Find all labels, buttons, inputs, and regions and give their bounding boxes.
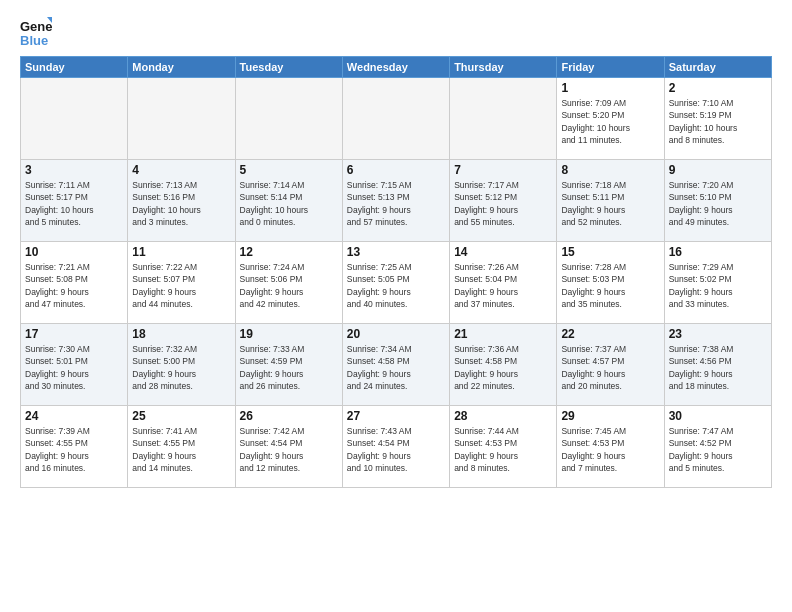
calendar-cell: 20Sunrise: 7:34 AM Sunset: 4:58 PM Dayli… [342,324,449,406]
calendar-cell: 30Sunrise: 7:47 AM Sunset: 4:52 PM Dayli… [664,406,771,488]
calendar-cell [235,78,342,160]
calendar-cell: 7Sunrise: 7:17 AM Sunset: 5:12 PM Daylig… [450,160,557,242]
calendar-cell: 11Sunrise: 7:22 AM Sunset: 5:07 PM Dayli… [128,242,235,324]
calendar-week-row: 17Sunrise: 7:30 AM Sunset: 5:01 PM Dayli… [21,324,772,406]
day-info: Sunrise: 7:10 AM Sunset: 5:19 PM Dayligh… [669,97,767,146]
calendar-week-row: 3Sunrise: 7:11 AM Sunset: 5:17 PM Daylig… [21,160,772,242]
day-info: Sunrise: 7:15 AM Sunset: 5:13 PM Dayligh… [347,179,445,228]
logo-svg: General Blue [20,16,52,48]
day-info: Sunrise: 7:26 AM Sunset: 5:04 PM Dayligh… [454,261,552,310]
day-info: Sunrise: 7:18 AM Sunset: 5:11 PM Dayligh… [561,179,659,228]
day-info: Sunrise: 7:24 AM Sunset: 5:06 PM Dayligh… [240,261,338,310]
day-number: 27 [347,409,445,423]
calendar-cell: 21Sunrise: 7:36 AM Sunset: 4:58 PM Dayli… [450,324,557,406]
calendar-cell: 17Sunrise: 7:30 AM Sunset: 5:01 PM Dayli… [21,324,128,406]
calendar-cell: 12Sunrise: 7:24 AM Sunset: 5:06 PM Dayli… [235,242,342,324]
day-info: Sunrise: 7:45 AM Sunset: 4:53 PM Dayligh… [561,425,659,474]
day-number: 3 [25,163,123,177]
day-number: 23 [669,327,767,341]
calendar-cell [21,78,128,160]
day-number: 1 [561,81,659,95]
weekday-header: Wednesday [342,57,449,78]
calendar-cell: 24Sunrise: 7:39 AM Sunset: 4:55 PM Dayli… [21,406,128,488]
day-info: Sunrise: 7:17 AM Sunset: 5:12 PM Dayligh… [454,179,552,228]
calendar-cell: 4Sunrise: 7:13 AM Sunset: 5:16 PM Daylig… [128,160,235,242]
day-info: Sunrise: 7:47 AM Sunset: 4:52 PM Dayligh… [669,425,767,474]
day-number: 24 [25,409,123,423]
day-number: 22 [561,327,659,341]
day-number: 17 [25,327,123,341]
svg-text:General: General [20,19,52,34]
day-info: Sunrise: 7:13 AM Sunset: 5:16 PM Dayligh… [132,179,230,228]
weekday-header: Monday [128,57,235,78]
calendar-cell: 14Sunrise: 7:26 AM Sunset: 5:04 PM Dayli… [450,242,557,324]
day-info: Sunrise: 7:44 AM Sunset: 4:53 PM Dayligh… [454,425,552,474]
calendar-cell: 26Sunrise: 7:42 AM Sunset: 4:54 PM Dayli… [235,406,342,488]
day-info: Sunrise: 7:43 AM Sunset: 4:54 PM Dayligh… [347,425,445,474]
day-number: 16 [669,245,767,259]
day-info: Sunrise: 7:28 AM Sunset: 5:03 PM Dayligh… [561,261,659,310]
calendar-cell: 28Sunrise: 7:44 AM Sunset: 4:53 PM Dayli… [450,406,557,488]
calendar-week-row: 10Sunrise: 7:21 AM Sunset: 5:08 PM Dayli… [21,242,772,324]
calendar-cell [128,78,235,160]
day-info: Sunrise: 7:29 AM Sunset: 5:02 PM Dayligh… [669,261,767,310]
day-number: 5 [240,163,338,177]
calendar-cell: 2Sunrise: 7:10 AM Sunset: 5:19 PM Daylig… [664,78,771,160]
calendar-cell: 19Sunrise: 7:33 AM Sunset: 4:59 PM Dayli… [235,324,342,406]
calendar-cell: 25Sunrise: 7:41 AM Sunset: 4:55 PM Dayli… [128,406,235,488]
calendar-cell: 27Sunrise: 7:43 AM Sunset: 4:54 PM Dayli… [342,406,449,488]
weekday-header: Thursday [450,57,557,78]
weekday-header: Sunday [21,57,128,78]
day-number: 11 [132,245,230,259]
calendar-cell: 5Sunrise: 7:14 AM Sunset: 5:14 PM Daylig… [235,160,342,242]
day-info: Sunrise: 7:36 AM Sunset: 4:58 PM Dayligh… [454,343,552,392]
day-info: Sunrise: 7:39 AM Sunset: 4:55 PM Dayligh… [25,425,123,474]
day-number: 18 [132,327,230,341]
calendar-cell: 15Sunrise: 7:28 AM Sunset: 5:03 PM Dayli… [557,242,664,324]
day-number: 20 [347,327,445,341]
day-info: Sunrise: 7:41 AM Sunset: 4:55 PM Dayligh… [132,425,230,474]
calendar-cell: 29Sunrise: 7:45 AM Sunset: 4:53 PM Dayli… [557,406,664,488]
day-number: 25 [132,409,230,423]
day-number: 19 [240,327,338,341]
day-info: Sunrise: 7:09 AM Sunset: 5:20 PM Dayligh… [561,97,659,146]
day-number: 15 [561,245,659,259]
weekday-header: Friday [557,57,664,78]
day-info: Sunrise: 7:14 AM Sunset: 5:14 PM Dayligh… [240,179,338,228]
logo: General Blue [20,16,52,48]
calendar-cell: 13Sunrise: 7:25 AM Sunset: 5:05 PM Dayli… [342,242,449,324]
day-number: 7 [454,163,552,177]
day-info: Sunrise: 7:32 AM Sunset: 5:00 PM Dayligh… [132,343,230,392]
day-info: Sunrise: 7:20 AM Sunset: 5:10 PM Dayligh… [669,179,767,228]
calendar-cell: 18Sunrise: 7:32 AM Sunset: 5:00 PM Dayli… [128,324,235,406]
day-info: Sunrise: 7:42 AM Sunset: 4:54 PM Dayligh… [240,425,338,474]
calendar-cell: 3Sunrise: 7:11 AM Sunset: 5:17 PM Daylig… [21,160,128,242]
calendar-cell: 23Sunrise: 7:38 AM Sunset: 4:56 PM Dayli… [664,324,771,406]
day-number: 4 [132,163,230,177]
calendar: SundayMondayTuesdayWednesdayThursdayFrid… [20,56,772,488]
day-info: Sunrise: 7:34 AM Sunset: 4:58 PM Dayligh… [347,343,445,392]
day-number: 8 [561,163,659,177]
day-number: 28 [454,409,552,423]
day-number: 6 [347,163,445,177]
svg-text:Blue: Blue [20,33,48,48]
day-number: 30 [669,409,767,423]
calendar-cell: 6Sunrise: 7:15 AM Sunset: 5:13 PM Daylig… [342,160,449,242]
header: General Blue [20,16,772,48]
day-number: 26 [240,409,338,423]
day-number: 14 [454,245,552,259]
calendar-cell [450,78,557,160]
day-number: 21 [454,327,552,341]
calendar-cell: 9Sunrise: 7:20 AM Sunset: 5:10 PM Daylig… [664,160,771,242]
day-info: Sunrise: 7:25 AM Sunset: 5:05 PM Dayligh… [347,261,445,310]
calendar-cell: 10Sunrise: 7:21 AM Sunset: 5:08 PM Dayli… [21,242,128,324]
day-info: Sunrise: 7:37 AM Sunset: 4:57 PM Dayligh… [561,343,659,392]
day-number: 29 [561,409,659,423]
calendar-cell: 22Sunrise: 7:37 AM Sunset: 4:57 PM Dayli… [557,324,664,406]
day-number: 9 [669,163,767,177]
day-number: 2 [669,81,767,95]
day-info: Sunrise: 7:22 AM Sunset: 5:07 PM Dayligh… [132,261,230,310]
calendar-cell: 16Sunrise: 7:29 AM Sunset: 5:02 PM Dayli… [664,242,771,324]
weekday-header: Saturday [664,57,771,78]
calendar-cell: 8Sunrise: 7:18 AM Sunset: 5:11 PM Daylig… [557,160,664,242]
